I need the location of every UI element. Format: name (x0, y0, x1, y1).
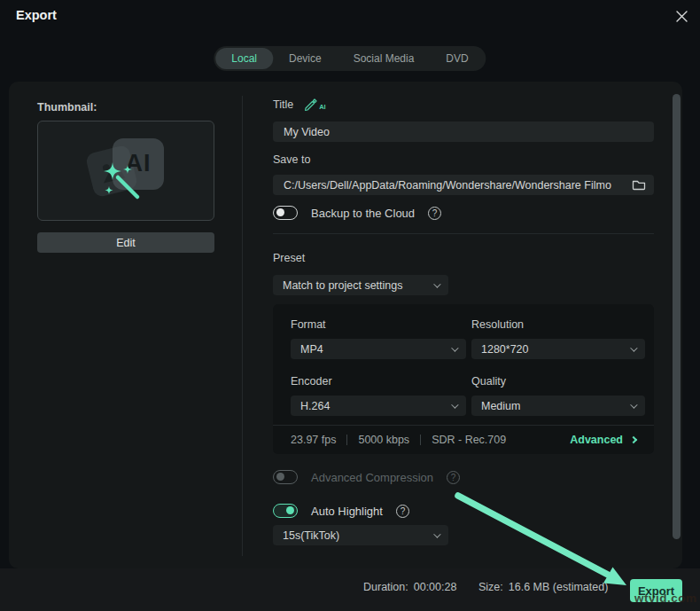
chevron-down-icon (433, 280, 440, 287)
chevron-right-icon (630, 436, 637, 443)
section-divider (273, 233, 654, 234)
backup-help-icon[interactable]: ? (428, 207, 441, 220)
thumbnail-preview[interactable]: AI (37, 121, 214, 221)
duration-label: Duration: (363, 581, 408, 593)
ai-thumbnail-icon: AI (77, 133, 175, 209)
save-to-label: Save to (273, 153, 310, 166)
tab-device[interactable]: Device (273, 48, 338, 69)
encoder-dropdown[interactable]: H.264 (291, 396, 466, 416)
color-range-value: SDR - Rec.709 (432, 434, 506, 446)
auto-highlight-duration-dropdown[interactable]: 15s(TikTok) (273, 525, 448, 545)
duration-value: 00:00:28 (414, 581, 457, 593)
auto-highlight-label: Auto Highlight (311, 505, 383, 518)
footer-bar: Duration: 00:00:28 Size: 16.6 MB (estima… (0, 568, 700, 611)
separator (420, 435, 421, 445)
preset-label: Preset (273, 252, 305, 264)
chevron-down-icon (451, 344, 458, 351)
advanced-compression-help-icon[interactable]: ? (447, 471, 460, 484)
watermark: wtvid.com (634, 591, 697, 605)
quality-dropdown[interactable]: Medium (471, 396, 645, 416)
chevron-down-icon (630, 344, 637, 351)
format-label: Format (291, 318, 326, 331)
magic-wand-icon (77, 133, 175, 209)
advanced-compression-label: Advanced Compression (311, 471, 433, 484)
fps-value: 23.97 fps (291, 434, 336, 446)
separator (346, 435, 347, 445)
folder-browse-icon[interactable] (632, 178, 646, 193)
tab-local[interactable]: Local (215, 48, 273, 69)
size-value: 16.6 MB (estimated) (509, 581, 609, 593)
backup-cloud-toggle[interactable] (273, 206, 298, 220)
preset-dropdown[interactable]: Match to project settings (273, 275, 448, 295)
format-dropdown[interactable]: MP4 (291, 339, 466, 359)
quality-label: Quality (471, 375, 506, 388)
dialog-title: Export (16, 8, 57, 22)
advanced-settings-link[interactable]: Advanced (570, 434, 636, 446)
tab-dvd[interactable]: DVD (430, 48, 484, 69)
title-label: Title (273, 98, 293, 111)
vertical-scrollbar[interactable] (673, 94, 681, 539)
export-target-tabs: Local Device Social Media DVD (214, 46, 486, 71)
size-label: Size: (478, 581, 503, 593)
edit-thumbnail-button[interactable]: Edit (37, 232, 214, 253)
resolution-label: Resolution (471, 318, 524, 331)
column-divider (242, 96, 243, 556)
tab-social-media[interactable]: Social Media (338, 48, 431, 69)
chevron-down-icon (433, 530, 440, 537)
ai-pen-icon[interactable]: AI (304, 97, 326, 111)
auto-highlight-toggle[interactable] (273, 504, 298, 518)
export-settings-panel: Thumbnail: AI Edit (9, 82, 682, 568)
bitrate-value: 5000 kbps (358, 434, 409, 446)
save-to-input[interactable]: C:/Users/Dell/AppData/Roaming/Wondershar… (273, 175, 654, 195)
title-input[interactable]: My Video (273, 121, 654, 142)
auto-highlight-help-icon[interactable]: ? (396, 505, 409, 518)
format-summary-row: 23.97 fps 5000 kbps SDR - Rec.709 Advanc… (273, 425, 654, 454)
format-settings-box: Format Resolution MP4 1280*720 Encoder Q… (273, 304, 654, 454)
advanced-compression-toggle[interactable] (273, 470, 298, 484)
thumbnail-label: Thumbnail: (37, 101, 97, 114)
chevron-down-icon (451, 401, 458, 408)
backup-cloud-label: Backup to the Cloud (311, 207, 415, 220)
export-dialog: Export Local Device Social Media DVD Thu… (0, 0, 700, 611)
chevron-down-icon (630, 401, 637, 408)
resolution-dropdown[interactable]: 1280*720 (471, 339, 645, 359)
close-icon[interactable] (673, 7, 690, 25)
encoder-label: Encoder (291, 375, 332, 388)
